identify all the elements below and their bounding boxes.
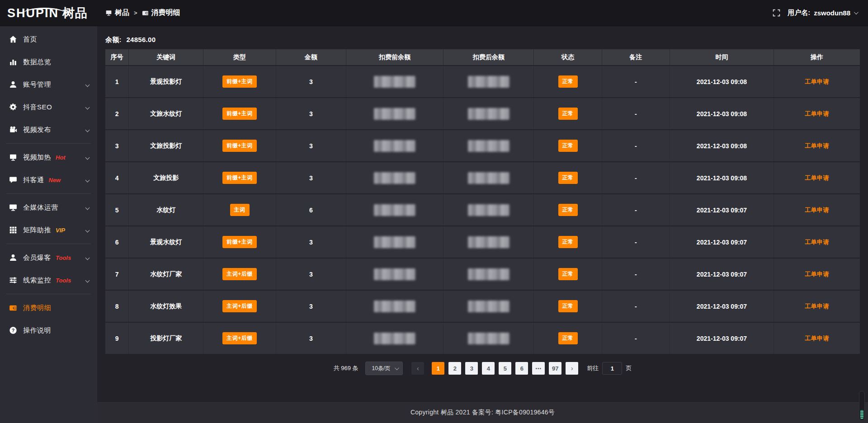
svg-text:?: ? (12, 328, 15, 333)
pagination-page-3[interactable]: 3 (465, 362, 478, 375)
balance-before-cell (346, 162, 443, 194)
amount-cell: 3 (276, 98, 346, 130)
balance-before-cell (346, 194, 443, 226)
table-body: 1景观投影灯前缀+主词3正常-2021-12-03 09:08工单申请2文旅水纹… (105, 66, 860, 354)
time-cell: 2021-12-03 09:08 (670, 130, 774, 162)
time-cell: 2021-12-03 09:08 (670, 98, 774, 130)
sidebar-item-consume-detail[interactable]: 消费明细 (0, 296, 97, 319)
remark-cell: - (602, 322, 670, 354)
sidebar-item-data-overview[interactable]: 数据总览 (0, 51, 97, 73)
status-badge: 正常 (558, 75, 578, 88)
ticket-request-link[interactable]: 工单申请 (805, 142, 829, 149)
goto-label: 前往 (587, 364, 599, 372)
sidebar-item-all-media[interactable]: 全媒体运营 (0, 196, 97, 219)
ticket-request-link[interactable]: 工单申请 (805, 110, 829, 117)
goto-unit: 页 (626, 364, 632, 372)
keyword-cell: 文旅投影灯 (129, 130, 203, 162)
column-header: 时间 (670, 49, 774, 66)
sidebar-item-video-heat[interactable]: 视频加热Hot (0, 146, 97, 169)
chevron-down-icon (85, 127, 90, 132)
sidebar-item-label: 抖音SEO (23, 103, 52, 112)
type-badge: 主词+后缀 (222, 332, 257, 344)
status-badge: 正常 (558, 108, 578, 120)
ticket-request-link[interactable]: 工单申请 (805, 303, 829, 310)
grid-icon (9, 226, 17, 234)
column-header: 操作 (774, 49, 860, 66)
row-index: 2 (105, 98, 129, 130)
chevron-down-icon (85, 205, 90, 210)
sidebar-item-douketong[interactable]: 抖客通New (0, 169, 97, 191)
pagination-prev-button[interactable]: ‹ (411, 362, 424, 375)
scroll-indicator-widget[interactable] (859, 391, 865, 421)
column-header: 状态 (534, 49, 602, 66)
pagination-page-1[interactable]: 1 (432, 362, 444, 375)
pagination-page-2[interactable]: 2 (448, 362, 461, 375)
sidebar-item-clue-monitor[interactable]: 线索监控Tools (0, 269, 97, 291)
sidebar-item-label: 线索监控 (23, 276, 51, 285)
status-badge: 正常 (558, 140, 578, 152)
ticket-request-link[interactable]: 工单申请 (805, 174, 829, 181)
status-badge-cell: 正常 (534, 98, 602, 130)
breadcrumb-item-current[interactable]: 消费明细 (142, 8, 180, 18)
remark-cell: - (602, 98, 670, 130)
pagination: 共 969 条 10条/页 ‹ 123456•••97 › 前往 页 (105, 362, 860, 375)
username-value: zswodun88 (814, 9, 850, 17)
sidebar-item-badge: Tools (56, 277, 71, 284)
masked-value (374, 268, 415, 280)
ticket-request-link[interactable]: 工单申请 (805, 239, 829, 245)
consume-table: 序号关键词类型金额扣费前余额扣费后余额状态备注时间操作 1景观投影灯前缀+主词3… (105, 49, 860, 355)
breadcrumb-item-home[interactable]: 树品 (105, 8, 129, 18)
column-header: 关键词 (129, 49, 203, 66)
sidebar-divider (6, 294, 91, 294)
sidebar-item-video-publish[interactable]: 视频发布 (0, 118, 97, 141)
sidebar-item-label: 消费明细 (23, 304, 51, 312)
type-badge-cell: 前缀+主词 (203, 130, 276, 162)
table-row: 6景观水纹灯前缀+主词3正常-2021-12-03 09:07工单申请 (105, 226, 860, 258)
table-row: 3文旅投影灯前缀+主词3正常-2021-12-03 09:08工单申请 (105, 130, 860, 162)
user-menu[interactable]: 用户名: zswodun88 (788, 9, 857, 17)
type-badge: 主词+后缀 (222, 268, 257, 280)
type-badge: 前缀+主词 (222, 108, 257, 120)
row-index: 9 (105, 322, 129, 354)
ticket-request-link[interactable]: 工单申请 (805, 78, 829, 85)
status-badge-cell: 正常 (534, 258, 602, 290)
monitor-icon (9, 203, 17, 212)
ticket-request-link[interactable]: 工单申请 (805, 207, 829, 213)
status-badge-cell: 正常 (534, 290, 602, 322)
balance-after-cell (443, 290, 534, 322)
balance-before-cell (346, 258, 443, 290)
bar-chart-icon (9, 58, 17, 66)
sidebar-item-home[interactable]: 首页 (0, 28, 97, 51)
balance-after-cell (443, 258, 534, 290)
sidebar-item-member-burst[interactable]: 会员爆客Tools (0, 246, 97, 269)
breadcrumb-separator: > (134, 9, 137, 16)
masked-value (374, 301, 415, 312)
ticket-request-link[interactable]: 工单申请 (805, 271, 829, 277)
sidebar-item-operation-guide[interactable]: ?操作说明 (0, 319, 97, 342)
time-cell: 2021-12-03 09:07 (670, 322, 774, 354)
sidebar-item-account-manage[interactable]: 账号管理 (0, 73, 97, 96)
pagination-page-97[interactable]: 97 (549, 362, 561, 375)
video-camera-icon (9, 126, 17, 134)
sidebar-item-douyin-seo[interactable]: 抖音SEO (0, 96, 97, 118)
type-badge-cell: 主词+后缀 (203, 258, 276, 290)
ticket-request-link[interactable]: 工单申请 (805, 335, 829, 342)
pagination-next-button[interactable]: › (566, 362, 578, 375)
footer: Copyright 树品 2021 备案号: 粤ICP备09019646号 (97, 401, 868, 423)
balance-after-cell (443, 98, 534, 130)
row-index: 4 (105, 162, 129, 194)
pagination-page-5[interactable]: 5 (499, 362, 511, 375)
sidebar-item-matrix-boost[interactable]: 矩阵助推VIP (0, 219, 97, 241)
fullscreen-icon[interactable] (773, 9, 780, 17)
page-size-select[interactable]: 10条/页 (365, 362, 403, 375)
screen-icon (9, 153, 17, 161)
pagination-page-4[interactable]: 4 (482, 362, 495, 375)
goto-page-input[interactable] (602, 362, 622, 375)
balance-after-cell (443, 66, 534, 98)
sidebar-item-label: 抖客通 (23, 176, 44, 184)
pagination-ellipsis[interactable]: ••• (532, 362, 545, 375)
keyword-cell: 水纹灯效果 (129, 290, 203, 322)
sidebar-divider (6, 244, 91, 244)
pagination-page-6[interactable]: 6 (515, 362, 528, 375)
keyword-cell: 景观投影灯 (129, 66, 203, 98)
